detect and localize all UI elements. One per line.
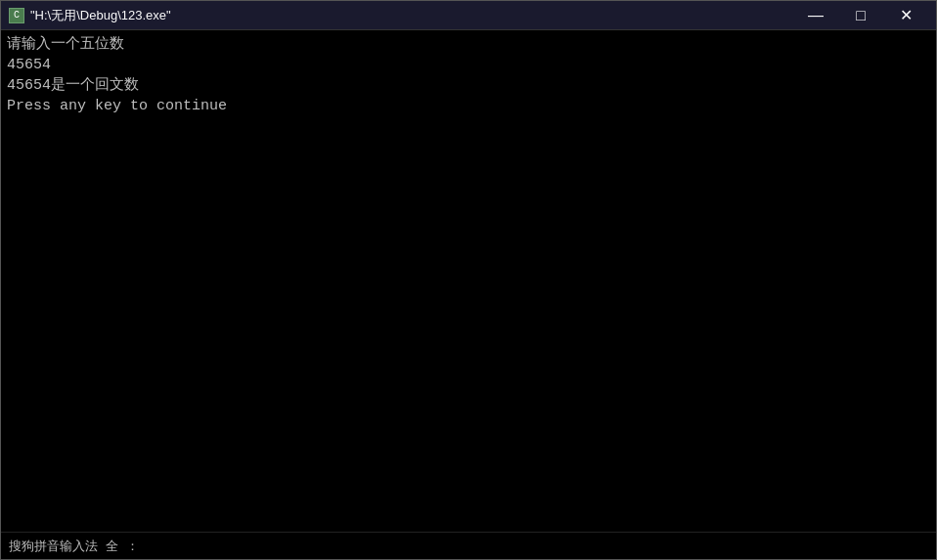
console-line-2: 45654是一个回文数: [7, 75, 930, 96]
maximize-button[interactable]: □: [838, 1, 883, 30]
title-bar-left: C "H:\无用\Debug\123.exe": [9, 7, 171, 24]
window-controls: — □ ✕: [793, 1, 928, 30]
title-bar: C "H:\无用\Debug\123.exe" — □ ✕: [1, 1, 936, 30]
console-line-0: 请输入一个五位数: [7, 34, 930, 55]
close-button[interactable]: ✕: [883, 1, 928, 30]
window: C "H:\无用\Debug\123.exe" — □ ✕ 请输入一个五位数 4…: [0, 0, 937, 560]
app-icon-text: C: [14, 10, 20, 21]
console-area: 请输入一个五位数 45654 45654是一个回文数 Press any key…: [1, 30, 936, 532]
status-text: 搜狗拼音输入法 全 ：: [9, 538, 139, 555]
status-bar: 搜狗拼音输入法 全 ：: [1, 532, 936, 559]
app-icon: C: [9, 8, 24, 23]
console-line-1: 45654: [7, 55, 930, 75]
window-title: "H:\无用\Debug\123.exe": [30, 7, 171, 24]
minimize-button[interactable]: —: [793, 1, 838, 30]
console-line-3: Press any key to continue: [7, 96, 930, 116]
